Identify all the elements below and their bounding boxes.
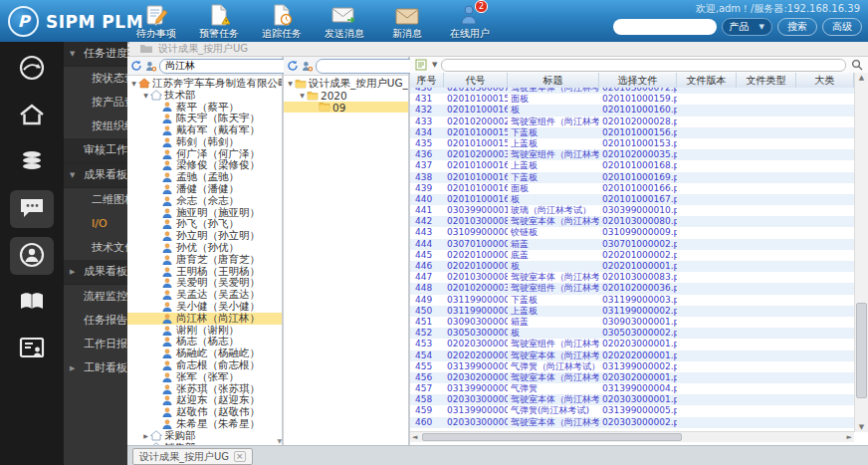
table-row[interactable]: 439020101000166面板020101000166.prt (410, 183, 854, 194)
user-filter-icon[interactable] (302, 59, 313, 73)
column-header[interactable]: 文件版本 (677, 73, 737, 88)
toolbar-item-online[interactable]: 2在线用户 (448, 2, 492, 41)
table-row[interactable]: 448020102000036驾驶室组件（尚江林考试）020102000036.… (410, 283, 854, 294)
file-link[interactable]: 030701000002.prt (599, 239, 677, 250)
search-button[interactable]: 搜索 (777, 18, 817, 36)
user-tree-item[interactable]: ▼江苏奔宇车车身制造有限公司 (127, 78, 282, 90)
folder-tree-item[interactable]: ▼2020 (284, 90, 408, 102)
filter-caret-icon[interactable]: ▼ (432, 61, 437, 69)
table-row[interactable]: 434020101000156下盖板020101000156.prt (410, 127, 854, 138)
file-link[interactable]: 020302000001.prt (599, 372, 677, 383)
toolbar-item-todo[interactable]: 待办事项 (134, 2, 178, 41)
sidebar-item[interactable]: ▶成果看板(按时间) (64, 260, 127, 285)
sidebar-item[interactable]: I/O (64, 212, 127, 236)
user-tree-item[interactable]: ▶采购部 (127, 430, 282, 442)
table-row[interactable]: 441030399000010玻璃（尚江林考试）030399000010.prt (410, 205, 854, 216)
user-tree-item[interactable]: 朱希星（朱希星） (127, 418, 282, 430)
nav-home-button[interactable] (10, 97, 54, 134)
file-link[interactable]: 030503000002.prt (599, 328, 677, 339)
file-link[interactable]: 020303000001.prt (599, 394, 677, 405)
table-row[interactable]: 435020101000153上盖板020101000153.prt (410, 138, 854, 149)
table-row[interactable]: 443031099000009铰链板031099000009.prt (410, 227, 854, 238)
nav-profile-button[interactable] (10, 237, 54, 275)
table-row[interactable]: 452030503000002板030503000002.prt (410, 328, 854, 339)
scroll-right-icon[interactable]: ► (847, 432, 852, 442)
scroll-down-icon[interactable]: ▼ (855, 423, 868, 431)
folder-tree-item[interactable]: ▼设计成果_按用户UG_用户 (284, 78, 408, 90)
toolbar-item-alert[interactable]: 预警任务 (197, 2, 241, 41)
collapse-arrow-icon[interactable]: ▶ (141, 432, 150, 439)
table-row[interactable]: 440020101000167板020101000167.prt (410, 194, 854, 205)
table-row[interactable]: 453020203000001驾驶室组件（尚江林考试）020203000001.… (410, 339, 854, 349)
file-link[interactable]: 020102000035.prt (599, 149, 677, 160)
file-link[interactable]: 031199000002.prt (599, 306, 677, 317)
file-link[interactable]: 020201000001.prt (599, 261, 677, 272)
table-row[interactable]: 449031199000003下盖板031199000003.prt (410, 295, 854, 306)
collapse-arrow-icon[interactable]: ▶ (70, 260, 75, 284)
table-row[interactable]: 446020201000001板020201000001.prt (410, 261, 854, 272)
file-link[interactable]: 020101000159.prt (599, 94, 677, 105)
file-link[interactable]: 030399000010.prt (599, 205, 677, 216)
collapse-arrow-icon[interactable]: ▼ (298, 92, 307, 99)
column-header[interactable]: 标题 (508, 73, 599, 88)
table-row[interactable]: 456020302000001驾驶室本体（尚江林考试）020302000001.… (410, 372, 854, 383)
scrollbar-thumb[interactable] (422, 433, 682, 441)
file-link[interactable]: 020102000028.prt (599, 116, 677, 127)
scrollbar-thumb[interactable] (856, 303, 867, 398)
nav-sipm-badge-button[interactable] (10, 50, 54, 88)
refresh-icon[interactable] (287, 59, 299, 73)
file-link[interactable]: 031399000002.prt (599, 361, 677, 372)
file-link[interactable]: 031399000004.prt (599, 383, 677, 394)
file-link[interactable]: 020103000080.prt (599, 216, 677, 227)
file-link[interactable]: 020101000166.prt (599, 183, 677, 194)
refresh-icon[interactable] (130, 59, 142, 73)
table-row[interactable]: 450031199000002上盖板031199000002.prt (410, 306, 854, 317)
file-link[interactable]: 020103000083.prt (599, 272, 677, 283)
table-row[interactable]: 457031399000004气弹簧031399000004.prt (410, 383, 854, 394)
scroll-up-icon[interactable]: ▲ (277, 78, 282, 85)
user-filter-icon[interactable] (145, 59, 156, 73)
toolbar-item-send[interactable]: 发送消息 (323, 2, 366, 41)
nav-report-button[interactable] (10, 331, 54, 368)
table-row[interactable]: 436020102000035驾驶室组件（尚江林考试）020102000035.… (410, 149, 854, 160)
table-quick-filter-input[interactable] (441, 59, 846, 72)
sidebar-item[interactable]: 按产品查看 (64, 91, 127, 115)
sidebar-item[interactable]: 任务报告 (64, 309, 127, 333)
file-link[interactable]: 020102000036.prt (599, 283, 677, 294)
file-link[interactable]: 020303000002.prt (599, 417, 677, 428)
file-link[interactable]: 031399000005.prt (599, 405, 677, 416)
scroll-up-icon[interactable]: ▲ (855, 74, 868, 82)
file-link[interactable]: 020101000156.prt (599, 127, 677, 138)
toolbar-item-message[interactable]: 新消息 (385, 2, 429, 41)
filter-type-icon[interactable] (414, 58, 428, 72)
table-row[interactable]: 460020303000002驾驶室本体（尚江林考试）020303000002.… (410, 417, 854, 428)
file-link[interactable]: 020101000160.prt (599, 105, 677, 116)
sidebar-item[interactable]: ▼成果看板(按用户) (64, 163, 127, 188)
table-row[interactable]: 438020101000169下盖板020101000169.prt (410, 172, 854, 183)
table-row[interactable]: 454020202000001驾驶室本体（尚江林考试）020202000001.… (410, 350, 854, 361)
column-header[interactable]: 代号 (444, 73, 508, 88)
file-link[interactable]: 020201000002.prt (599, 250, 677, 261)
tab-design-results[interactable]: 设计成果_按用户UG × (132, 448, 253, 465)
collapse-arrow-icon[interactable]: ▶ (70, 356, 75, 380)
table-row[interactable]: 432020101000160板020101000160.prt (410, 105, 854, 116)
file-link[interactable]: 020101000168.prt (599, 160, 677, 171)
table-row[interactable]: 445020201000002底盖020201000002.prt (410, 250, 854, 261)
collapse-arrow-icon[interactable]: ▼ (129, 80, 138, 87)
file-link[interactable]: 020101000167.prt (599, 194, 677, 205)
file-link[interactable]: 031199000003.prt (599, 295, 677, 306)
file-link[interactable]: 031099000009.prt (599, 227, 677, 238)
table-row[interactable]: 459031399000005气弹簧(尚江林考试)031399000005.pr… (410, 405, 854, 416)
sidebar-item[interactable]: 按组织结构查看 (64, 115, 127, 138)
sidebar-item[interactable]: 技术文件 (64, 236, 127, 260)
table-row[interactable]: 431020101000159面板020101000159.prt (410, 94, 854, 105)
folder-tree-item[interactable]: 09 (284, 102, 408, 114)
column-header[interactable]: 序号 (410, 73, 444, 88)
vertical-scrollbar[interactable]: ▲ ▼ (854, 73, 868, 432)
table-row[interactable]: 442020103000080驾驶室本体（尚江林考试）020103000080.… (410, 216, 854, 227)
collapse-arrow-icon[interactable]: ▼ (286, 80, 295, 87)
search-icon[interactable] (850, 58, 864, 72)
scroll-left-icon[interactable]: ◄ (412, 432, 417, 442)
sidebar-item[interactable]: 按状态查看 (64, 67, 127, 91)
horizontal-scrollbar[interactable]: ◄ ► (410, 431, 854, 442)
